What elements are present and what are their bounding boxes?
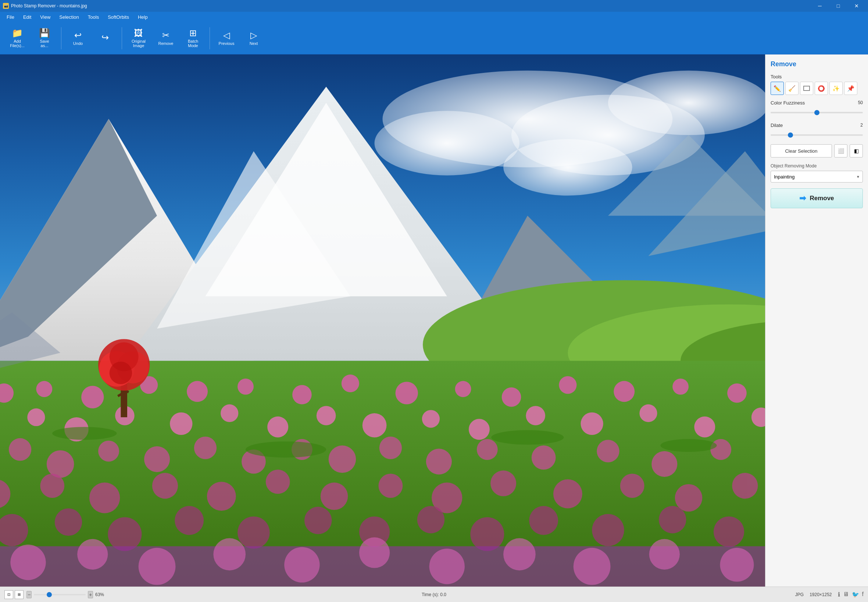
svg-point-85	[108, 518, 142, 551]
svg-point-25	[292, 385, 312, 404]
photo-canvas	[0, 54, 765, 587]
batch-mode-label: Batch Mode	[188, 39, 198, 48]
fit-view-button[interactable]: ⊡	[5, 590, 13, 599]
menu-tools[interactable]: Tools	[84, 13, 103, 22]
menu-view[interactable]: View	[37, 13, 54, 22]
remove-toolbar-label: Remove	[158, 41, 173, 46]
removing-mode-select[interactable]: Inpainting Content Aware Fill Smart Fill	[771, 171, 863, 183]
add-files-icon: 📁	[12, 29, 23, 38]
svg-point-94	[659, 506, 686, 533]
eraser-tool-button[interactable]: 🧹	[785, 82, 799, 95]
undo-label: Undo	[73, 41, 83, 46]
svg-point-102	[284, 547, 320, 582]
svg-point-79	[620, 474, 644, 498]
actual-size-button[interactable]: ⊞	[15, 590, 23, 599]
batch-mode-icon: ⊞	[189, 29, 197, 38]
main-layout: Remove Tools ✏️ 🧹 ⭕ ✨	[0, 54, 868, 587]
zoom-value: 63%	[95, 592, 104, 597]
rect-select-tool-button[interactable]	[800, 82, 813, 95]
remove-button-label: Remove	[810, 195, 834, 202]
next-button[interactable]: ▷ Next	[241, 24, 266, 52]
svg-point-70	[89, 482, 120, 513]
undo-button[interactable]: ↩ Undo	[65, 24, 91, 52]
svg-point-48	[639, 404, 657, 422]
info-icon[interactable]: ℹ	[838, 591, 840, 598]
svg-point-88	[305, 507, 332, 534]
color-fuzziness-slider[interactable]	[771, 112, 863, 113]
svg-point-87	[237, 516, 270, 549]
svg-point-31	[614, 381, 635, 402]
restore-button[interactable]: □	[830, 0, 847, 12]
undo-icon: ↩	[74, 31, 82, 40]
facebook-icon[interactable]: f	[862, 591, 863, 598]
canvas-area[interactable]	[0, 54, 765, 587]
redo-button[interactable]: ↪	[92, 24, 118, 52]
toolbar-separator-2	[122, 27, 122, 49]
minimize-button[interactable]: ─	[811, 0, 828, 12]
save-as-button[interactable]: 💾 Save as...	[32, 24, 57, 52]
svg-point-95	[713, 516, 744, 547]
original-image-label: Original Image	[132, 39, 145, 48]
svg-point-77	[490, 471, 516, 496]
removing-mode-section: Object Removing Mode Inpainting Content …	[771, 162, 863, 183]
zoom-in-button[interactable]: +	[88, 591, 93, 598]
svg-point-3	[375, 111, 519, 175]
close-button[interactable]: ✕	[848, 0, 865, 12]
svg-point-44	[422, 410, 440, 428]
brush-tool-button[interactable]: ✏️	[771, 82, 784, 95]
monitor-icon[interactable]: 🖥	[843, 591, 849, 598]
svg-point-53	[47, 450, 74, 478]
svg-point-84	[55, 508, 82, 535]
svg-point-104	[429, 549, 465, 584]
view-mode-icons: ⊡ ⊞	[5, 590, 23, 599]
menu-file[interactable]: File	[3, 13, 18, 22]
svg-point-91	[470, 518, 504, 551]
save-label: Save as...	[40, 39, 49, 48]
menu-edit[interactable]: Edit	[20, 13, 35, 22]
svg-point-105	[503, 538, 536, 571]
dilate-label: Dilate	[771, 123, 783, 128]
magic-wand-tool-button[interactable]: ✨	[830, 82, 843, 95]
menu-softorbits[interactable]: SoftOrbits	[104, 13, 133, 22]
color-fuzziness-section: Color Fuzziness 50	[771, 100, 863, 114]
remove-button-toolbar[interactable]: ✂ Remove	[153, 24, 179, 52]
title-bar: 📷 Photo Stamp Remover - mountains.jpg ─ …	[0, 0, 868, 12]
svg-point-75	[379, 474, 403, 498]
svg-point-26	[341, 375, 359, 392]
menu-selection[interactable]: Selection	[55, 13, 82, 22]
svg-point-74	[321, 482, 348, 510]
dilate-slider[interactable]	[771, 134, 863, 136]
svg-point-45	[469, 419, 490, 440]
zoom-out-button[interactable]: −	[26, 591, 32, 598]
lasso-tool-button[interactable]: ⭕	[815, 82, 828, 95]
svg-point-23	[187, 381, 208, 402]
select-all-icon: ⬜	[838, 148, 844, 154]
add-files-button[interactable]: 📁 Add File(s)...	[5, 24, 30, 52]
color-fuzziness-label: Color Fuzziness	[771, 100, 805, 106]
svg-point-72	[207, 482, 236, 511]
svg-point-21	[81, 385, 104, 408]
original-image-button[interactable]: 🖼 Original Image	[126, 24, 152, 52]
svg-point-106	[574, 548, 611, 585]
svg-point-65	[651, 451, 677, 477]
lasso-icon: ⭕	[817, 85, 825, 92]
menu-help[interactable]: Help	[134, 13, 152, 22]
svg-point-39	[170, 413, 192, 435]
select-all-button[interactable]: ⬜	[834, 144, 847, 158]
previous-label: Previous	[219, 41, 234, 46]
invert-selection-button[interactable]: ◧	[850, 144, 863, 158]
clear-selection-button[interactable]: Clear Selection	[771, 144, 832, 158]
svg-point-56	[194, 436, 217, 459]
svg-point-66	[710, 439, 731, 460]
remove-action-button[interactable]: ➡ Remove	[771, 188, 863, 208]
stamp-tool-button[interactable]: 📌	[844, 82, 857, 95]
twitter-icon[interactable]: 🐦	[852, 591, 859, 598]
batch-mode-button[interactable]: ⊞ Batch Mode	[180, 24, 206, 52]
svg-point-107	[649, 539, 680, 570]
svg-point-112	[660, 439, 716, 452]
zoom-slider[interactable]	[34, 594, 86, 595]
svg-point-62	[477, 439, 498, 460]
previous-button[interactable]: ◁ Previous	[214, 24, 239, 52]
save-icon: 💾	[39, 29, 50, 38]
svg-point-108	[720, 548, 754, 582]
